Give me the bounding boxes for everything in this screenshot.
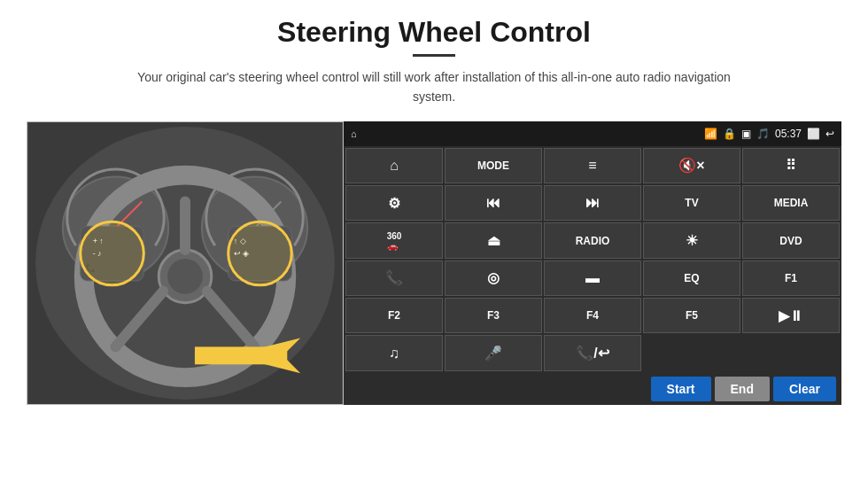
home-status-icon: ⌂	[351, 128, 357, 139]
svg-rect-22	[195, 346, 287, 364]
btn-eject[interactable]: ⏏	[445, 222, 542, 258]
page-wrapper: Steering Wheel Control Your original car…	[0, 0, 868, 482]
btn-f1[interactable]: F1	[742, 260, 840, 296]
status-right: 📶 🔒 ▣ 🎵 05:37 ⬜ ↩	[704, 128, 834, 140]
btn-phonecall[interactable]: 📞/↩	[544, 335, 641, 370]
btn-media[interactable]: MEDIA	[742, 185, 840, 221]
btn-f3[interactable]: F3	[445, 298, 542, 333]
steering-wheel-image: + ↑ - ♪ 📞 ↑ ◇ ↩ ◈	[27, 121, 344, 405]
lock-icon: 🔒	[723, 128, 736, 140]
btn-playpause[interactable]: ▶⏸	[742, 298, 840, 333]
btn-tv[interactable]: TV	[643, 185, 740, 221]
btn-f4[interactable]: F4	[544, 298, 641, 333]
time-display: 05:37	[775, 128, 802, 140]
btn-prev[interactable]: ⏮	[445, 185, 542, 221]
status-left: ⌂	[351, 128, 357, 139]
btn-grid[interactable]: ⠿	[742, 148, 840, 183]
cast-icon: ⬜	[807, 128, 820, 140]
page-subtitle: Your original car's steering wheel contr…	[124, 67, 744, 107]
btn-radio[interactable]: RADIO	[544, 222, 641, 258]
wifi-icon: 📶	[704, 128, 717, 140]
svg-point-20	[229, 222, 292, 285]
btn-nav[interactable]: ◎	[445, 260, 542, 296]
button-grid: ⌂ MODE ≡ 🔇× ⠿ ⚙ ⏮ ⏭ TV MEDIA 360🚗 ⏏ RADI…	[344, 146, 841, 373]
btn-phone[interactable]: 📞	[345, 260, 443, 296]
btn-list[interactable]: ≡	[544, 148, 641, 183]
btn-mic[interactable]: 🎤	[445, 335, 542, 370]
status-bar: ⌂ 📶 🔒 ▣ 🎵 05:37 ⬜ ↩	[344, 121, 841, 146]
btn-brightness[interactable]: ☀	[643, 222, 740, 258]
btn-dvd[interactable]: DVD	[742, 222, 840, 258]
back-icon: ↩	[825, 128, 834, 140]
btn-mute[interactable]: 🔇×	[643, 148, 740, 183]
btn-rect[interactable]: ▬	[544, 260, 641, 296]
btn-home[interactable]: ⌂	[345, 148, 443, 183]
clear-button[interactable]: Clear	[773, 377, 836, 401]
btn-360[interactable]: 360🚗	[345, 222, 443, 258]
page-title: Steering Wheel Control	[277, 16, 591, 49]
bottom-bar: Start End Clear	[344, 373, 841, 405]
btn-music[interactable]: ♫	[345, 335, 443, 370]
svg-point-19	[81, 222, 144, 285]
bt-icon: 🎵	[756, 128, 770, 140]
btn-f5[interactable]: F5	[643, 298, 740, 333]
end-button[interactable]: End	[715, 377, 770, 401]
start-button[interactable]: Start	[651, 377, 711, 401]
btn-settings[interactable]: ⚙	[345, 185, 443, 221]
title-divider	[413, 54, 455, 57]
content-row: + ↑ - ♪ 📞 ↑ ◇ ↩ ◈ ⌂	[27, 121, 841, 405]
btn-eq[interactable]: EQ	[643, 260, 740, 296]
btn-f2[interactable]: F2	[345, 298, 443, 333]
btn-next[interactable]: ⏭	[544, 185, 641, 221]
control-panel: ⌂ 📶 🔒 ▣ 🎵 05:37 ⬜ ↩ ⌂ MODE ≡ 🔇×	[344, 121, 841, 405]
svg-point-8	[167, 259, 203, 294]
sim-icon: ▣	[741, 128, 751, 140]
btn-mode[interactable]: MODE	[445, 148, 542, 183]
